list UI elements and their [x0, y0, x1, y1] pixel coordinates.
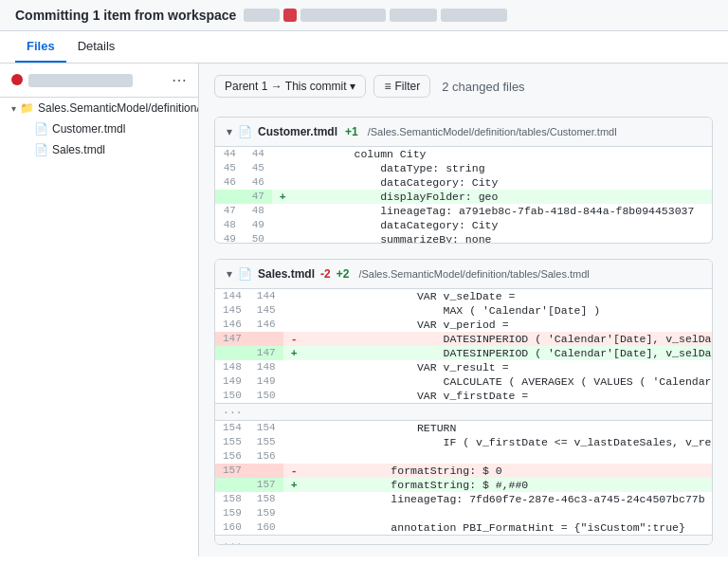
blur-pill-2 [300, 9, 386, 22]
sales-diff-table-1: 144 144 VAR v_selDate = 145 145 MAX ( 'C… [215, 289, 713, 545]
table-row: 145 145 MAX ( 'Calendar'[Date] ) [215, 303, 713, 318]
sales-path: /Sales.SemanticModel/definition/tables/S… [358, 268, 589, 280]
file-chevron-customer[interactable]: ▾ [227, 125, 232, 138]
sidebar-file-sales[interactable]: 📄 Sales.tmdl [0, 139, 198, 160]
blur-pill-1 [244, 9, 280, 22]
sales-filename: Sales.tmdl [258, 267, 315, 281]
header-subtitle [244, 9, 507, 22]
sidebar-file-sales-label: Sales.tmdl [52, 143, 105, 156]
table-row: 155 155 IF ( v_firstDate <= v_lastDateSa… [215, 435, 713, 449]
file-header-customer: ▾ 📄 Customer.tmdl +1 /Sales.SemanticMode… [215, 118, 712, 147]
ellipsis-row: ··· [215, 404, 713, 421]
repo-dot [11, 74, 23, 85]
table-row: 158 158 lineageTag: 7fd60f7e-287e-46c3-a… [215, 492, 713, 506]
sidebar-folder-root[interactable]: ▾ 📁 Sales.SemanticModel/definition/ta... [0, 98, 198, 118]
chevron-down-icon: ▾ [11, 103, 16, 114]
table-row: 144 144 VAR v_selDate = [215, 289, 713, 303]
diff-toolbar: Parent 1 → This commit ▾ ≡ Filter 2 chan… [214, 75, 713, 98]
file-chevron-sales[interactable]: ▾ [227, 267, 232, 281]
repo-label-blur [28, 74, 133, 87]
table-row: 148 148 VAR v_result = [215, 360, 713, 374]
file-icon-2: 📄 [34, 143, 48, 156]
file-header-sales: ▾ 📄 Sales.tmdl -2 +2 /Sales.SemanticMode… [215, 260, 712, 289]
page-title: Committing 1 item from workspace [15, 8, 236, 23]
sidebar-file-customer-label: Customer.tmdl [52, 122, 125, 136]
blur-pill-dot [283, 9, 297, 22]
table-row: 146 146 VAR v_period = [215, 318, 713, 332]
folder-icon: 📁 [20, 101, 34, 115]
filter-button[interactable]: ≡ Filter [373, 75, 430, 98]
sidebar-folder-label: Sales.SemanticModel/definition/ta... [38, 101, 199, 115]
table-row: 49 50 summarizeBy: none [215, 232, 712, 244]
sidebar: ⋯ ▾ 📁 Sales.SemanticModel/definition/ta.… [0, 64, 199, 556]
ellipsis-row-bottom: ··· [215, 536, 713, 545]
chevron-down-icon-btn: ▾ [350, 80, 355, 93]
table-row: 159 159 [215, 506, 713, 520]
sales-badge-add: +2 [337, 267, 350, 281]
sales-badge-del: -2 [320, 267, 331, 281]
customer-diff-table: 44 44 column City 45 45 dataType: string [215, 147, 712, 244]
table-row: 147 - DATESINPERIOD ( 'Calendar'[Date], … [215, 332, 713, 346]
tab-bar: Files Details [0, 31, 728, 64]
table-row: 47 48 lineageTag: a791eb8c-7fab-418d-844… [215, 204, 712, 218]
repo-label [28, 73, 133, 87]
table-row: 157 + formatString: $ #,##0 [215, 478, 713, 492]
customer-path: /Sales.SemanticModel/definition/tables/C… [368, 126, 617, 137]
tab-files[interactable]: Files [15, 31, 66, 63]
sidebar-file-customer[interactable]: 📄 Customer.tmdl [0, 118, 198, 139]
diff-area: Parent 1 → This commit ▾ ≡ Filter 2 chan… [199, 64, 728, 556]
table-row: 147 + DATESINPERIOD ( 'Calendar'[Date], … [215, 346, 713, 360]
table-row: 48 49 dataCategory: City [215, 218, 712, 232]
sidebar-repo-row: ⋯ [0, 64, 198, 98]
table-row: 149 149 CALCULATE ( AVERAGEX ( VALUES ( … [215, 374, 713, 389]
parent-commit-label: Parent 1 → This commit [225, 80, 346, 93]
changed-files-count: 2 changed files [442, 80, 524, 94]
customer-badge: +1 [345, 125, 358, 138]
file-icon: 📄 [34, 122, 48, 136]
table-row: 150 150 VAR v_firstDate = [215, 389, 713, 404]
table-row: 157 - formatString: $ 0 [215, 464, 713, 478]
repo-name-area [11, 73, 133, 87]
parent-commit-button[interactable]: Parent 1 → This commit ▾ [214, 75, 366, 98]
table-row: 156 156 [215, 449, 713, 464]
table-row: 154 154 RETURN [215, 421, 713, 436]
table-row: 45 45 dataType: string [215, 161, 712, 175]
tab-details[interactable]: Details [66, 31, 127, 63]
file-block-sales: ▾ 📄 Sales.tmdl -2 +2 /Sales.SemanticMode… [214, 259, 713, 545]
page-header: Committing 1 item from workspace [0, 0, 728, 31]
file-icon-sales: 📄 [238, 267, 252, 281]
file-icon-customer: 📄 [238, 125, 252, 138]
filter-label: Filter [395, 80, 421, 93]
customer-filename: Customer.tmdl [258, 125, 337, 138]
main-content: ⋯ ▾ 📁 Sales.SemanticModel/definition/ta.… [0, 64, 728, 556]
filter-icon: ≡ [384, 80, 391, 93]
table-row: 160 160 annotation PBI_FormatHint = {"is… [215, 520, 713, 536]
table-row: 44 44 column City [215, 147, 712, 161]
sidebar-more-button[interactable]: ⋯ [172, 71, 187, 89]
file-block-customer: ▾ 📄 Customer.tmdl +1 /Sales.SemanticMode… [214, 117, 713, 244]
table-row: 46 46 dataCategory: City [215, 175, 712, 190]
table-row: 47 + displayFolder: geo [215, 190, 712, 204]
blur-pill-4 [441, 9, 507, 22]
blur-pill-3 [390, 9, 437, 22]
